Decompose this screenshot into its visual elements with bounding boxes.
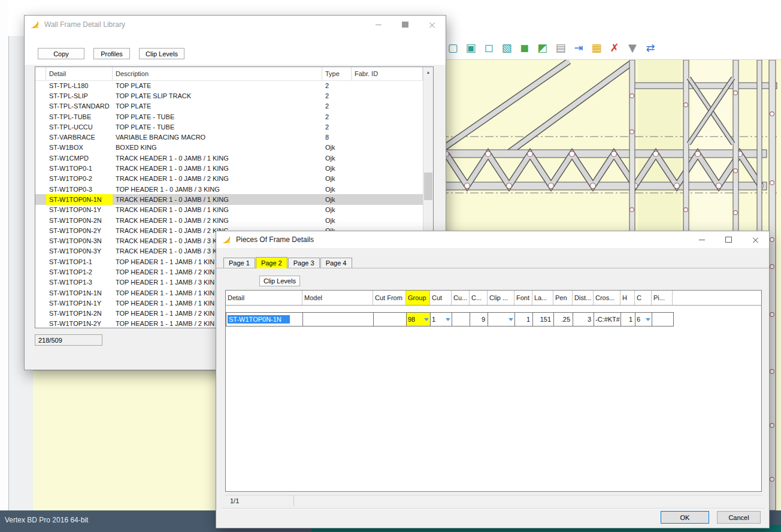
h-cell[interactable]: 1 bbox=[621, 313, 635, 326]
export-document-icon[interactable]: ⇥ bbox=[570, 40, 588, 56]
pi-cell[interactable] bbox=[652, 313, 673, 326]
clip-plane-icon[interactable]: ▧ bbox=[498, 40, 516, 56]
c2-cell[interactable]: 6 bbox=[635, 313, 652, 326]
table-cell bbox=[35, 90, 46, 101]
tab-page-4[interactable]: Page 4 bbox=[320, 258, 352, 268]
pen-cell[interactable]: .25 bbox=[554, 313, 573, 326]
detail-input[interactable]: ST-W1TOP0N-1N bbox=[228, 315, 290, 324]
clip-frame-icon[interactable]: ▢ bbox=[444, 40, 462, 56]
delete-icon[interactable]: ✗ bbox=[606, 40, 623, 56]
clip-levels-button[interactable]: Clip Levels bbox=[259, 276, 300, 286]
tab-page-1[interactable]: Page 1 bbox=[223, 258, 255, 268]
model-cell[interactable] bbox=[303, 313, 374, 326]
solid-model-icon[interactable]: ◼ bbox=[516, 40, 534, 56]
column-header-fabr-id[interactable]: Fabr. ID bbox=[352, 67, 423, 80]
table-row[interactable]: ST-W1TOP0-1TRACK HEADER 1 - 0 JAMB / 1 K… bbox=[35, 163, 423, 173]
tab-page-3[interactable]: Page 3 bbox=[288, 258, 320, 268]
maximize-button[interactable] bbox=[715, 231, 742, 248]
close-button[interactable] bbox=[742, 231, 769, 248]
cu-cell[interactable] bbox=[452, 313, 470, 326]
table-cell: TOP PLATE SLIP TRACK bbox=[113, 90, 322, 101]
report-list-icon[interactable]: ▤ bbox=[552, 40, 570, 56]
minimize-button[interactable] bbox=[688, 231, 715, 248]
column-header-c2[interactable]: C bbox=[635, 291, 652, 305]
tab-page-2[interactable]: Page 2 bbox=[256, 257, 287, 268]
detail-cell[interactable]: ST-W1TOP0N-1N bbox=[226, 313, 303, 326]
minimize-button[interactable] bbox=[365, 16, 392, 34]
close-icon bbox=[429, 22, 435, 28]
table-row[interactable]: ST-TPL-TUBETOP PLATE - TUBE2 bbox=[35, 111, 423, 122]
column-header-detail[interactable]: Detail bbox=[226, 291, 302, 305]
close-button[interactable] bbox=[419, 16, 446, 34]
cad-drawing-view-lower[interactable] bbox=[33, 370, 216, 511]
dropdown-arrow-icon[interactable] bbox=[508, 318, 513, 321]
column-header-dist[interactable]: Dist... bbox=[573, 291, 594, 305]
pieces-titlebar[interactable]: Pieces Of Frame Details bbox=[216, 231, 769, 248]
vertex-logo-icon bbox=[30, 20, 40, 29]
scroll-up-icon[interactable]: ▲ bbox=[423, 67, 433, 77]
table-row[interactable]: ST-W1TOP0N-2NTRACK HEADER 1 - 0 JAMB / 2… bbox=[35, 215, 423, 225]
column-header-c[interactable]: C... bbox=[470, 291, 488, 305]
cancel-button[interactable]: Cancel bbox=[717, 511, 761, 524]
print-icon[interactable]: ▦ bbox=[588, 40, 606, 56]
dropdown-arrow-icon[interactable] bbox=[646, 318, 650, 321]
cut-from-cell[interactable] bbox=[374, 313, 407, 326]
swap-view-icon[interactable]: ⇄ bbox=[641, 40, 659, 56]
table-row[interactable]: ST-W1TOP0N-1YTRACK HEADER 1 - 0 JAMB / 1… bbox=[35, 205, 423, 215]
table-row[interactable]: ST-TPL-SLIPTOP PLATE SLIP TRACK2 bbox=[35, 90, 423, 101]
cros-cell[interactable]: -C:#KT# bbox=[594, 313, 621, 326]
column-header-cut-from[interactable]: Cut From bbox=[373, 291, 406, 305]
table-cell: BOXED KING bbox=[113, 143, 322, 153]
library-titlebar[interactable]: Wall Frame Detail Library bbox=[25, 16, 446, 34]
font-cell[interactable]: 1 bbox=[515, 313, 533, 326]
column-header-group[interactable]: Group bbox=[406, 291, 430, 305]
group-cell[interactable]: 98 bbox=[407, 313, 431, 326]
column-header-description[interactable]: Description bbox=[113, 67, 322, 80]
dropdown-arrow-icon[interactable] bbox=[424, 318, 429, 321]
column-header-la[interactable]: La... bbox=[532, 291, 553, 305]
clip-levels-button[interactable]: Clip Levels bbox=[139, 48, 184, 59]
maximize-button[interactable] bbox=[392, 16, 419, 34]
column-header-model[interactable]: Model bbox=[302, 291, 373, 305]
column-header-pi[interactable]: Pi... bbox=[652, 291, 673, 305]
column-header-cros[interactable]: Cros... bbox=[594, 291, 620, 305]
clip-cell[interactable] bbox=[488, 313, 515, 326]
column-header-h[interactable]: H bbox=[620, 291, 635, 305]
la-cell[interactable]: 151 bbox=[533, 313, 554, 326]
c-cell[interactable]: 9 bbox=[470, 313, 488, 326]
column-header-pen[interactable]: Pen bbox=[553, 291, 573, 305]
table-row[interactable]: ST-TPL-STANDARDTOP PLATE2 bbox=[35, 101, 423, 111]
column-header-type[interactable]: Type bbox=[322, 67, 352, 80]
table-row[interactable]: ST-TPL-L180TOP PLATE2 bbox=[35, 80, 423, 90]
scrollbar-thumb[interactable] bbox=[424, 173, 432, 200]
table-row[interactable]: ST-VARBRACEVARIABLE BRACING MACRO8 bbox=[35, 132, 423, 142]
table-row[interactable]: ST-W1CMPDTRACK HEADER 1 - 0 JAMB / 1 KIN… bbox=[35, 153, 423, 163]
minimize-icon bbox=[376, 25, 382, 25]
dropdown-arrow-icon[interactable] bbox=[446, 318, 450, 321]
model-view-icon[interactable]: ◩ bbox=[534, 40, 552, 56]
maximize-icon bbox=[402, 22, 408, 28]
clip-box-icon[interactable]: ◻ bbox=[480, 40, 498, 56]
table-cell: TRACK HEADER 1 - 0 JAMB / 2 KING bbox=[113, 174, 322, 184]
column-header-cut[interactable]: Cut bbox=[430, 291, 452, 305]
column-header-detail[interactable]: Detail bbox=[46, 67, 113, 80]
column-header-font[interactable]: Font bbox=[514, 291, 532, 305]
ok-button[interactable]: OK bbox=[661, 511, 709, 524]
cut-cell[interactable]: 1 bbox=[431, 313, 452, 326]
copy-button[interactable]: Copy bbox=[38, 48, 84, 59]
column-header-clip[interactable]: Clip ... bbox=[488, 291, 514, 305]
column-header-cu[interactable]: Cu... bbox=[452, 291, 470, 305]
table-row[interactable]: ST-TPL-UCCUTOP PLATE - TUBE2 bbox=[35, 122, 423, 132]
table-cell: ST-TPL-UCCU bbox=[46, 122, 113, 132]
clip-area-icon[interactable]: ▣ bbox=[462, 40, 480, 56]
library-table-header: Detail Description Type Fabr. ID bbox=[35, 67, 423, 81]
table-row[interactable]: ST-W1TOP0-3TOP HEADER 1 - 0 JAMB / 3 KIN… bbox=[35, 184, 423, 194]
table-row[interactable]: ST-W1TOP0N-1NTRACK HEADER 1 - 0 JAMB / 1… bbox=[35, 194, 423, 204]
filter-icon[interactable]: ▼ bbox=[623, 40, 641, 56]
dist-cell[interactable]: 3 bbox=[573, 313, 594, 326]
profiles-button[interactable]: Profiles bbox=[93, 48, 130, 59]
table-row[interactable]: ST-W1BOXBOXED KINGOjk bbox=[35, 143, 423, 153]
table-cell bbox=[35, 143, 46, 153]
column-header-blank[interactable] bbox=[35, 67, 46, 80]
table-row[interactable]: ST-W1TOP0-2TRACK HEADER 1 - 0 JAMB / 2 K… bbox=[35, 174, 423, 184]
